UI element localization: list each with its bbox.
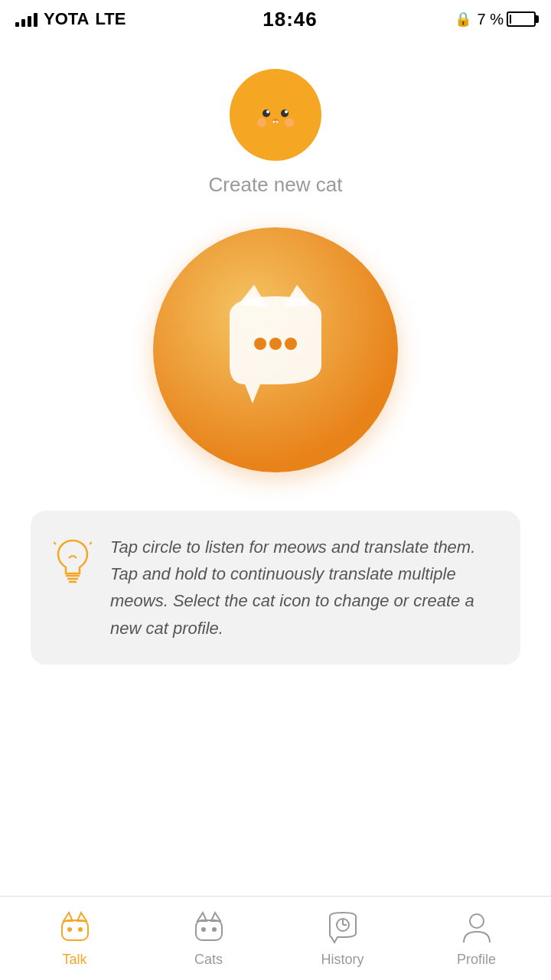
cat-face-icon <box>245 84 306 145</box>
battery-icon <box>507 11 536 27</box>
main-content: Create new cat <box>0 38 551 896</box>
svg-point-10 <box>276 121 279 123</box>
cats-icon <box>190 909 228 947</box>
nav-item-profile[interactable]: Profile <box>409 901 543 975</box>
network-label: LTE <box>95 9 126 29</box>
svg-point-3 <box>281 109 289 117</box>
tip-text: Tap circle to listen for meows and trans… <box>110 534 497 642</box>
bulb-icon-container <box>54 534 92 586</box>
status-bar: YOTA LTE 18:46 🔒 7 % <box>0 0 551 38</box>
svg-point-2 <box>262 109 270 117</box>
svg-rect-26 <box>62 920 88 940</box>
profile-icon <box>458 909 496 947</box>
nav-label-talk: Talk <box>62 952 86 968</box>
main-circle-section <box>153 227 398 472</box>
cat-chat-icon <box>207 281 344 419</box>
talk-icon <box>56 909 94 947</box>
time-display: 18:46 <box>262 8 318 31</box>
svg-point-9 <box>273 121 276 123</box>
svg-point-32 <box>201 927 206 932</box>
svg-marker-1 <box>283 88 298 107</box>
bottom-nav: Talk Cats History Profile <box>0 896 551 980</box>
nav-label-history: History <box>321 952 364 968</box>
translate-button[interactable] <box>153 227 398 472</box>
svg-point-5 <box>285 110 288 113</box>
cat-avatar-section: Create new cat <box>209 69 343 197</box>
svg-line-20 <box>54 542 56 544</box>
nav-item-history[interactable]: History <box>276 901 409 975</box>
svg-point-27 <box>67 927 72 932</box>
lock-icon: 🔒 <box>455 11 471 28</box>
svg-point-33 <box>212 927 217 932</box>
svg-point-28 <box>78 927 83 932</box>
cat-avatar-button[interactable] <box>230 69 321 161</box>
svg-point-7 <box>257 118 266 127</box>
tip-box: Tap circle to listen for meows and trans… <box>31 511 520 665</box>
svg-point-8 <box>285 118 294 127</box>
battery-fill <box>510 15 511 24</box>
svg-point-4 <box>266 110 269 113</box>
status-right: 🔒 7 % <box>455 11 536 28</box>
battery-percent: 7 % <box>478 11 504 28</box>
svg-rect-31 <box>196 920 222 940</box>
nav-label-profile: Profile <box>457 952 496 968</box>
status-left: YOTA LTE <box>15 9 126 29</box>
signal-icon <box>15 11 37 27</box>
svg-point-37 <box>470 914 484 928</box>
history-icon <box>324 909 362 947</box>
nav-item-cats[interactable]: Cats <box>142 901 276 975</box>
svg-point-15 <box>285 338 297 350</box>
nav-item-talk[interactable]: Talk <box>8 901 142 975</box>
svg-line-21 <box>90 542 92 544</box>
battery-container: 7 % <box>478 11 536 28</box>
nav-label-cats: Cats <box>194 952 223 968</box>
svg-point-14 <box>269 338 282 350</box>
carrier-label: YOTA <box>44 9 89 29</box>
create-cat-label: Create new cat <box>209 173 343 197</box>
lightbulb-icon <box>54 537 92 586</box>
svg-marker-0 <box>253 88 268 107</box>
svg-point-13 <box>254 338 266 350</box>
